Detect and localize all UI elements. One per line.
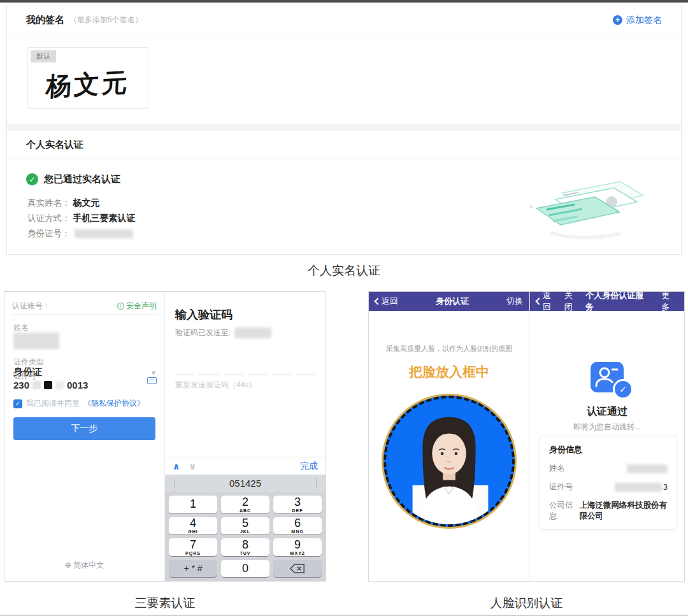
security-statement-label: 安全声明 bbox=[126, 301, 157, 312]
verification-code-panel: 输入验证码 验证码已发送至: 重新发送验证码（44s） ∧ ∨ 完成 05142… bbox=[165, 292, 326, 581]
redacted-phone-number bbox=[234, 327, 271, 338]
privacy-agree-row: ✓ 我已阅读并同意 《隐私保护协议》 bbox=[13, 398, 145, 409]
realname-section-header: 个人实名认证 bbox=[7, 131, 681, 159]
privacy-policy-link[interactable]: 《隐私保护协议》 bbox=[83, 398, 145, 409]
key-0[interactable]: 0 bbox=[221, 560, 269, 578]
identity-name-row: 姓名 bbox=[549, 463, 668, 474]
identity-name-label: 姓名 bbox=[549, 463, 565, 474]
default-badge: 默认 bbox=[31, 50, 56, 62]
back-label: 返回 bbox=[382, 296, 398, 307]
caption-face-auth: 人脸识别认证 bbox=[368, 595, 685, 612]
signature-card[interactable]: 默认 杨文元 bbox=[27, 47, 148, 109]
language-switch[interactable]: ⊕ 简体中文 bbox=[4, 560, 164, 571]
realname-status-row: ✓ 您已通过实名认证 bbox=[26, 173, 120, 185]
resend-code-button[interactable]: 重新发送验证码（44s） bbox=[175, 380, 256, 390]
done-button[interactable]: 完成 bbox=[300, 461, 318, 472]
key-1[interactable]: 1 bbox=[169, 496, 217, 513]
switch-camera-button[interactable]: 切换 bbox=[506, 296, 523, 307]
key-9[interactable]: 9WXYZ bbox=[273, 538, 322, 556]
redacted-identity-name bbox=[627, 464, 668, 473]
masked-digit-block bbox=[44, 381, 52, 389]
back-chevron-icon bbox=[535, 297, 542, 304]
ocr-scan-icon[interactable] bbox=[147, 377, 157, 384]
numeric-keyboard: ∧ ∨ 完成 051425 1 2ABC 3DEF 4GHI 5JKL 6MNO… bbox=[165, 457, 326, 581]
id-number-row: 身份证号： bbox=[27, 228, 133, 240]
face-capture-screen: 返回 身份认证 切换 采集高质量人脸，以作为人脸识别的底图 把脸放入框中 bbox=[369, 292, 530, 581]
face-dash-border bbox=[383, 396, 515, 527]
auth-method-row: 认证方式： 手机三要素认证 bbox=[27, 213, 136, 224]
code-sent-label: 验证码已发送至: bbox=[175, 327, 231, 338]
result-title: 认证通过 bbox=[530, 405, 684, 419]
language-label: 简体中文 bbox=[73, 561, 104, 569]
three-factor-screenshot: 认证账号： ! 安全声明 姓名 证件类型 身份证 ▾ 证件号 230 0013 … bbox=[4, 291, 326, 582]
account-label: 认证账号： bbox=[12, 301, 50, 312]
identity-id-suffix: 3 bbox=[663, 483, 668, 492]
signature-title: 我的签名 bbox=[26, 14, 64, 26]
key-4[interactable]: 4GHI bbox=[169, 517, 217, 535]
realname-status-text: 您已通过实名认证 bbox=[44, 173, 120, 185]
key-6[interactable]: 6MNO bbox=[273, 517, 322, 535]
auth-passed-icon: ✓ bbox=[591, 362, 624, 392]
capture-header: 返回 身份认证 切换 bbox=[369, 292, 529, 311]
agree-text: 我已阅读并同意 bbox=[26, 398, 80, 409]
key-7[interactable]: 7PQRS bbox=[169, 538, 217, 556]
next-step-button[interactable]: 下一步 bbox=[13, 417, 155, 440]
result-service-title: 个人身份认证服务 bbox=[585, 290, 651, 313]
face-auth-screenshot: 返回 身份认证 切换 采集高质量人脸，以作为人脸识别的底图 把脸放入框中 bbox=[368, 291, 685, 582]
real-name-value: 杨文元 bbox=[73, 197, 100, 209]
signature-realname-panel: 我的签名 （最多添加5个签名） + 添加签名 默认 杨文元 个人实名认证 ✓ 您… bbox=[6, 6, 682, 255]
result-header: 返回 关闭 个人身份认证服务 更多 bbox=[530, 292, 684, 311]
redacted-identity-id bbox=[615, 483, 662, 492]
real-name-label: 真实姓名： bbox=[27, 197, 71, 209]
chevron-up-icon[interactable]: ∧ bbox=[173, 461, 180, 471]
autofill-suggestion-bar[interactable]: 051425 bbox=[165, 475, 326, 492]
signature-handwriting: 杨文元 bbox=[27, 57, 149, 111]
security-icon: ! bbox=[117, 303, 124, 310]
chevron-down-icon[interactable]: ∨ bbox=[189, 461, 196, 471]
check-badge-icon: ✓ bbox=[615, 381, 631, 398]
name-field-label: 姓名 bbox=[13, 322, 29, 333]
redacted-id-number bbox=[75, 229, 133, 238]
code-input[interactable] bbox=[175, 361, 315, 375]
redacted-digit-block bbox=[55, 381, 64, 389]
backspace-key[interactable] bbox=[273, 560, 322, 578]
key-2[interactable]: 2ABC bbox=[221, 496, 269, 513]
caption-three-factor: 三要素认证 bbox=[4, 595, 326, 612]
key-symbols[interactable]: + * # bbox=[169, 560, 217, 578]
key-5[interactable]: 5JKL bbox=[221, 517, 269, 535]
id-number-value[interactable]: 230 0013 bbox=[13, 380, 88, 390]
chevron-down-icon[interactable]: ▾ bbox=[152, 368, 155, 377]
capture-title: 身份认证 bbox=[403, 296, 501, 307]
back-label: 返回 bbox=[543, 290, 559, 313]
globe-icon: ⊕ bbox=[65, 561, 71, 569]
signature-section-header: 我的签名 （最多添加5个签名） + 添加签名 bbox=[7, 6, 681, 34]
check-circle-icon: ✓ bbox=[26, 173, 38, 185]
face-frame bbox=[382, 394, 517, 529]
identity-company-value: 上海泛微网络科技股份有限公司 bbox=[580, 500, 668, 522]
more-button[interactable]: 更多 bbox=[661, 290, 678, 313]
signature-limit-hint: （最多添加5个签名） bbox=[69, 15, 143, 25]
auth-method-label: 认证方式： bbox=[27, 213, 71, 224]
identity-id-label: 证件号 bbox=[549, 482, 573, 492]
plus-icon: + bbox=[613, 15, 622, 25]
result-subtitle: 即将为您自动跳转... bbox=[530, 422, 684, 433]
add-signature-button[interactable]: + 添加签名 bbox=[613, 15, 662, 26]
code-panel-title: 输入验证码 bbox=[175, 307, 233, 322]
key-8[interactable]: 8TUV bbox=[221, 538, 269, 556]
back-button[interactable]: 返回 bbox=[536, 290, 559, 313]
suggested-code[interactable]: 051425 bbox=[229, 478, 261, 489]
three-factor-form: 认证账号： ! 安全声明 姓名 证件类型 身份证 ▾ 证件号 230 0013 … bbox=[4, 292, 165, 581]
security-statement-link[interactable]: ! 安全声明 bbox=[117, 301, 157, 312]
key-3[interactable]: 3DEF bbox=[273, 496, 322, 513]
agree-checkbox[interactable]: ✓ bbox=[13, 399, 22, 408]
capture-instruction: 把脸放入框中 bbox=[369, 363, 529, 381]
redacted-digit-block bbox=[32, 381, 41, 389]
close-button[interactable]: 关闭 bbox=[564, 290, 581, 313]
back-button[interactable]: 返回 bbox=[375, 296, 398, 307]
redacted-name-value bbox=[13, 333, 59, 349]
id-number-prefix: 230 bbox=[13, 380, 29, 390]
real-name-row: 真实姓名： 杨文元 bbox=[27, 197, 100, 209]
identity-company-label: 公司信息 bbox=[549, 500, 575, 522]
id-number-suffix: 0013 bbox=[67, 380, 88, 390]
section-divider-band bbox=[7, 124, 681, 131]
